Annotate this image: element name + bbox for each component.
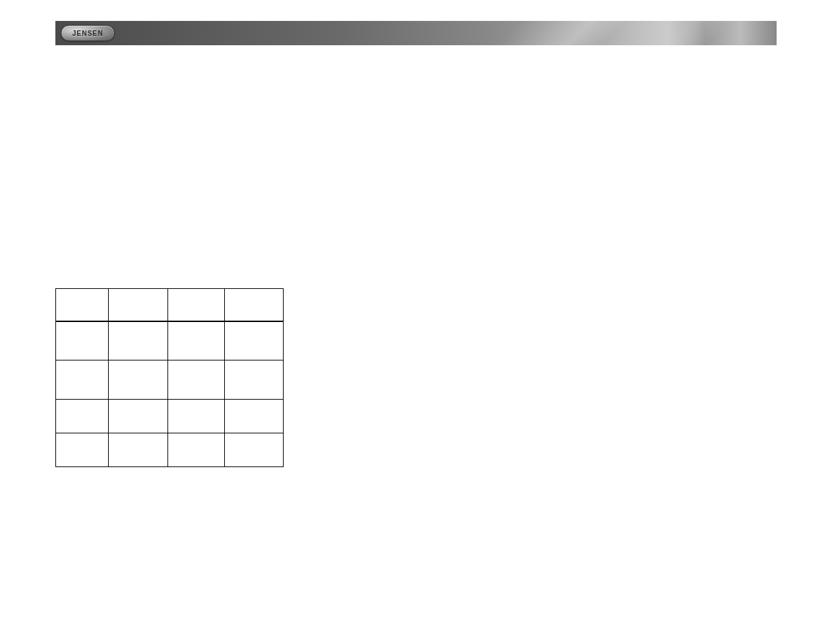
table-header-row xyxy=(56,289,284,321)
header-banner: JENSEN xyxy=(55,21,777,45)
table-cell xyxy=(167,360,225,400)
table-header-cell xyxy=(225,289,284,321)
table-cell xyxy=(225,400,284,433)
table-header-cell xyxy=(167,289,225,321)
table-cell xyxy=(167,433,225,467)
brand-logo-text: JENSEN xyxy=(72,30,103,37)
table-cell xyxy=(108,321,167,360)
table-row xyxy=(56,321,284,360)
page-container: JENSEN xyxy=(55,21,777,467)
brand-logo: JENSEN xyxy=(61,25,115,41)
content-area xyxy=(55,45,777,467)
table-cell xyxy=(108,400,167,433)
table-header-cell xyxy=(56,289,109,321)
table-header-cell xyxy=(108,289,167,321)
table-row xyxy=(56,400,284,433)
table-cell xyxy=(108,433,167,467)
table-cell xyxy=(56,360,109,400)
table-cell xyxy=(56,321,109,360)
table-cell xyxy=(167,400,225,433)
table-cell xyxy=(225,321,284,360)
table-cell xyxy=(56,400,109,433)
table-cell xyxy=(225,360,284,400)
table-row xyxy=(56,433,284,467)
table-row xyxy=(56,360,284,400)
table-cell xyxy=(225,433,284,467)
data-table xyxy=(55,288,284,467)
table-cell xyxy=(108,360,167,400)
table-cell xyxy=(56,433,109,467)
table-cell xyxy=(167,321,225,360)
